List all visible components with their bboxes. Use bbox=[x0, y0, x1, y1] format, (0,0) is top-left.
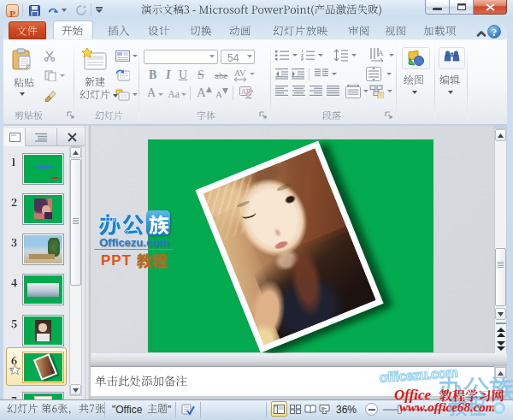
svg-text:A: A bbox=[378, 49, 384, 57]
